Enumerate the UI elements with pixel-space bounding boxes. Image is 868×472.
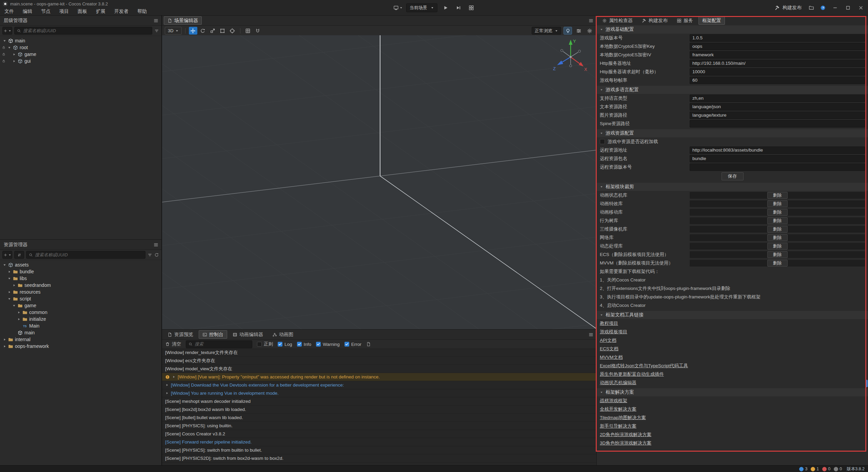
- field-input[interactable]: language/json: [690, 103, 865, 111]
- hierarchy-search-input[interactable]: 搜索名称或UUID: [14, 27, 152, 35]
- field-input[interactable]: http://localhost:8083/assets/bundle: [690, 146, 865, 154]
- close-button[interactable]: [855, 2, 867, 13]
- scene-viewport[interactable]: YXZ: [162, 35, 596, 329]
- doc-link[interactable]: 2D角色扮演游戏解决方案: [597, 430, 651, 439]
- tab-属性检查器[interactable]: 属性检查器: [598, 16, 636, 25]
- tab-动画图[interactable]: 动画图: [269, 330, 297, 339]
- tree-item-Main[interactable]: TSMain: [0, 322, 161, 329]
- checkbox[interactable]: [257, 342, 262, 347]
- tree-expand-arrow[interactable]: [3, 345, 6, 348]
- log-row[interactable]: [Scene] [PHYSICS2D]: switch from box2d-w…: [162, 454, 596, 463]
- checkbox[interactable]: [278, 342, 282, 347]
- console-filter-正则[interactable]: 正则: [257, 341, 273, 347]
- section-header[interactable]: 框架模块裁剪: [597, 183, 868, 191]
- rect-tool-button[interactable]: [218, 27, 227, 35]
- field-input[interactable]: framework: [690, 51, 865, 59]
- log-row[interactable]: [Window] Download the Vue Devtools exten…: [162, 381, 596, 389]
- tree-item-root[interactable]: root: [0, 44, 161, 51]
- checkbox[interactable]: [344, 342, 349, 347]
- doc-link[interactable]: 教程项目: [597, 319, 618, 328]
- status-badge-message[interactable]: 3: [799, 467, 807, 471]
- tab-动画编辑器[interactable]: 动画编辑器: [229, 330, 267, 339]
- tree-expand-arrow[interactable]: [17, 311, 21, 314]
- clear-console-button[interactable]: 清空: [165, 341, 181, 347]
- section-header[interactable]: 框架文档工具链接: [597, 311, 868, 319]
- checkbox[interactable]: [297, 342, 302, 347]
- module-delete-button[interactable]: 删除: [767, 209, 788, 216]
- refresh-icon[interactable]: [154, 253, 159, 257]
- lock-icon[interactable]: [2, 52, 6, 56]
- checkbox[interactable]: [600, 139, 605, 144]
- scene-gizmo-settings-button[interactable]: [585, 27, 594, 35]
- preview-platform-button[interactable]: [393, 3, 403, 12]
- tree-expand-arrow[interactable]: [17, 317, 21, 321]
- tree-expand-arrow[interactable]: [7, 270, 11, 274]
- play-button[interactable]: [441, 3, 450, 12]
- tree-item-initialize[interactable]: initialize: [0, 316, 161, 322]
- rotate-tool-button[interactable]: [199, 27, 207, 35]
- doc-link[interactable]: 动画状态机编辑器: [597, 378, 636, 387]
- tree-item-bundle[interactable]: bundle: [0, 268, 161, 275]
- tree-expand-arrow[interactable]: [3, 39, 6, 43]
- panel-menu-icon[interactable]: [153, 242, 159, 248]
- create-asset-button[interactable]: [2, 251, 12, 259]
- doc-link[interactable]: Excel格式转Json文件与TypeScript代码工具: [597, 361, 688, 370]
- tree-expand-arrow[interactable]: [3, 263, 6, 267]
- module-delete-button[interactable]: 删除: [767, 226, 788, 233]
- tab-框架配置[interactable]: 框架配置: [698, 16, 725, 25]
- tree-expand-arrow[interactable]: [7, 46, 11, 50]
- log-row[interactable]: [Scene] [PHYSICS]: switch from builtin t…: [162, 446, 596, 454]
- menu-item[interactable]: 节点: [37, 7, 55, 15]
- tree-item-gui[interactable]: gui: [0, 58, 161, 64]
- console-filter-Error[interactable]: Error: [344, 342, 361, 347]
- doc-link[interactable]: 3D角色扮演游戏解决方案: [597, 439, 651, 447]
- tree-item-main[interactable]: main: [0, 329, 161, 336]
- module-delete-button[interactable]: 删除: [767, 200, 788, 207]
- tree-item-main[interactable]: main: [0, 37, 161, 44]
- field-input[interactable]: bundle: [690, 155, 865, 162]
- panel-menu-icon[interactable]: [588, 332, 594, 337]
- magnet-snap-button[interactable]: [254, 27, 262, 35]
- field-input[interactable]: [690, 120, 865, 127]
- doc-link[interactable]: Tiledmap地图解决方案: [597, 413, 646, 422]
- inspector-scrollbar-thumb[interactable]: [865, 380, 868, 387]
- tree-expand-arrow[interactable]: [7, 290, 11, 294]
- log-row[interactable]: [Scene] Forward render pipeline initiali…: [162, 438, 596, 446]
- field-input[interactable]: [690, 163, 865, 171]
- doc-link[interactable]: 战棋游戏框架: [597, 396, 627, 405]
- doc-link[interactable]: API文档: [597, 336, 616, 345]
- tab-构建发布[interactable]: 构建发布: [638, 16, 671, 25]
- section-header[interactable]: 游戏多语言配置: [597, 86, 868, 94]
- log-row[interactable]: [Window] You are running Vue in developm…: [162, 389, 596, 397]
- scale-tool-button[interactable]: [209, 27, 217, 35]
- save-button[interactable]: 保存: [722, 172, 744, 180]
- tree-expand-arrow[interactable]: [12, 304, 16, 308]
- log-row[interactable]: [Scene] [PHYSICS]: using builtin.: [162, 422, 596, 430]
- menu-item[interactable]: 开发者: [110, 7, 133, 15]
- log-expand-arrow[interactable]: [165, 383, 169, 387]
- section-header[interactable]: 框架解决方案: [597, 388, 868, 396]
- tree-item-resources[interactable]: resources: [0, 289, 161, 295]
- maximize-button[interactable]: [842, 2, 854, 13]
- doc-link[interactable]: 全栈开发解决方案: [597, 405, 636, 413]
- filter-icon[interactable]: [154, 28, 159, 33]
- status-badge-warning[interactable]: 1: [811, 467, 819, 471]
- tree-expand-arrow[interactable]: [12, 283, 16, 287]
- tab-控制台[interactable]: 控制台: [199, 330, 227, 339]
- tree-expand-arrow[interactable]: [3, 338, 6, 341]
- menu-item[interactable]: 编辑: [18, 7, 37, 15]
- filter-icon[interactable]: [147, 253, 152, 257]
- console-filter-Log[interactable]: Log: [278, 342, 292, 347]
- field-input[interactable]: 1.0.5: [690, 34, 865, 42]
- panel-menu-icon[interactable]: [153, 18, 159, 23]
- sort-assets-button[interactable]: [14, 251, 24, 259]
- projection-3d-button[interactable]: 3D: [165, 27, 182, 35]
- layout-button[interactable]: [467, 3, 476, 12]
- menu-item[interactable]: 文件: [0, 7, 18, 15]
- section-header[interactable]: 游戏资源配置: [597, 129, 868, 137]
- step-button[interactable]: [454, 3, 463, 12]
- tree-item-game[interactable]: game: [0, 302, 161, 309]
- menu-item[interactable]: 面板: [73, 7, 92, 15]
- log-row[interactable]: [Window] model_view文件夹存在: [162, 365, 596, 373]
- log-row[interactable]: [Scene] [box2d]:box2d wasm lib loaded.: [162, 406, 596, 414]
